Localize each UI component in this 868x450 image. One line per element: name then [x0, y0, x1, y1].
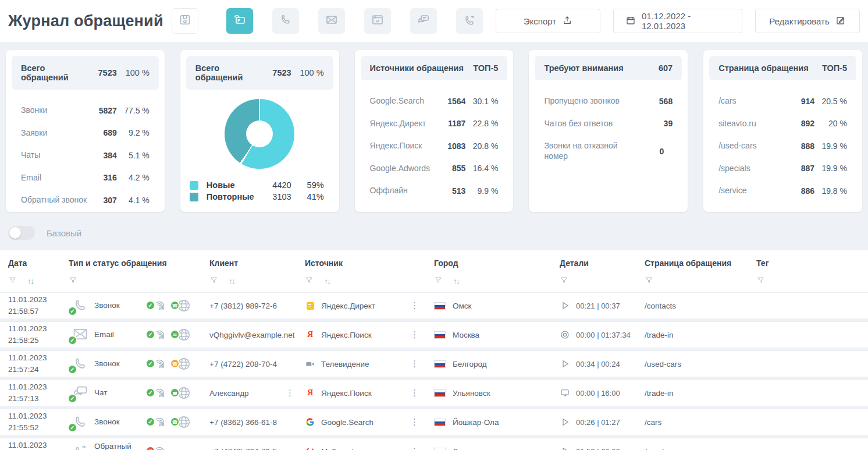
eye-icon[interactable] — [560, 329, 570, 340]
filter-chats-button[interactable] — [410, 8, 437, 34]
play-icon[interactable] — [560, 359, 570, 369]
source-menu-button[interactable]: ⋮ — [410, 329, 419, 340]
col-client: Клиент ↑↓ — [209, 258, 305, 286]
source-menu-button[interactable]: ⋮ — [410, 417, 419, 427]
phone-icon — [279, 13, 293, 29]
topbar: Журнал обращений — [0, 0, 868, 42]
list-item: Email3164.2 % — [21, 173, 150, 183]
table-row[interactable]: 11.01.202321:57:24 ✓ Звонок ✓ ☎ +7 (4722… — [0, 350, 868, 377]
sort-icon[interactable]: ↑↓ — [27, 277, 33, 286]
filter-funnel-icon[interactable] — [305, 276, 314, 287]
table-row[interactable]: 11.01.202321:58:57 ✓ Звонок ✓ ☎ +7 (3812… — [0, 292, 868, 318]
list-item: Оффлайн5139.9 % — [370, 186, 499, 196]
page-cell: /used-cars — [645, 360, 756, 368]
table-row[interactable]: 11.01.202321:55:52 ✓ Звонок ✓ ☎ +7 (8362… — [0, 409, 868, 435]
sort-icon[interactable]: ↑↓ — [324, 277, 330, 286]
date-range-button[interactable]: 01.12.2022 - 12.01.2023 — [613, 9, 742, 33]
edit-pencil-icon — [835, 15, 846, 27]
callback-phone-icon: × — [69, 442, 88, 450]
play-icon[interactable] — [560, 417, 570, 427]
chat-bubbles-icon — [417, 13, 431, 29]
filter-all-button[interactable] — [226, 8, 253, 34]
sort-icon[interactable]: ↑↓ — [229, 277, 234, 286]
donut-legend: Новые 4420 59% Повторные 3103 41% — [180, 169, 339, 201]
table-row[interactable]: 11.01.202321:58:25 ✓ Email ✓ ✉ vQhggivlv… — [0, 321, 868, 348]
table-row[interactable]: 11.01.202321:57:13 ✓ Чат ✓ Александр — [0, 380, 868, 406]
journal-page: Журнал обращений — [0, 0, 868, 450]
filter-callback-button[interactable] — [456, 8, 483, 34]
edit-button[interactable]: Редактировать — [755, 9, 860, 33]
details-cell: 00:00 | 01:37:34 — [560, 329, 645, 340]
col-tag: Тег — [756, 258, 868, 286]
fingerprint-icon: ✓ — [148, 325, 168, 344]
source-menu-button[interactable]: ⋮ — [410, 388, 419, 398]
source-menu-button[interactable]: ⋮ — [410, 300, 419, 311]
russia-flag-icon — [434, 302, 446, 310]
phone-icon: ✓ — [69, 355, 88, 373]
source-menu-button[interactable]: ⋮ — [410, 446, 419, 450]
col-page: Страница обращения — [645, 258, 756, 286]
yandex-direct-icon — [305, 300, 315, 311]
top5-badge: ТОП-5 — [814, 63, 847, 73]
play-icon[interactable] — [560, 446, 570, 450]
list-item: siteavto.ru89220 % — [718, 119, 847, 129]
list-item: /specials88719.9 % — [718, 164, 847, 174]
filter-calls-button[interactable] — [272, 8, 299, 34]
globe-icon — [172, 384, 192, 402]
success-check-badge: ✓ — [67, 423, 77, 433]
card-totals: Всего обращений 7523 100 % Звонки582777.… — [6, 50, 165, 212]
list-item: Чаты3845.1 % — [21, 150, 150, 161]
page-cell: /used-cars — [645, 447, 756, 450]
fingerprint-icon: × — [148, 442, 168, 450]
google-icon — [305, 417, 315, 427]
client-menu-button[interactable]: ⋮ — [286, 388, 294, 398]
fingerprint-icon: ✓ — [148, 355, 168, 373]
list-item: Обратный звонок3074.1 % — [21, 195, 150, 205]
basic-mode-toggle[interactable] — [8, 226, 35, 240]
success-check-badge: ✓ — [145, 388, 155, 398]
list-item: Яндекс.Директ118722.8 % — [370, 119, 499, 129]
list-item: Яндекс.Поиск108320.8 % — [370, 141, 499, 151]
filter-funnel-icon[interactable] — [8, 276, 17, 287]
table-row[interactable]: 11.01.202321:54:25 × Обратный звонок × +… — [0, 438, 868, 450]
card-percent: 100 % — [291, 68, 324, 77]
type-status-cell: ✓ Звонок ✓ ☎ — [69, 355, 209, 373]
fingerprint-icon: ✓ — [148, 384, 168, 402]
card-value: 7523 — [90, 68, 117, 77]
chat-screen-icon[interactable] — [560, 388, 570, 398]
details-cell: 00:34 | 00:24 — [560, 359, 645, 369]
success-check-badge: ✓ — [67, 394, 77, 403]
col-type-status: Тип и статус обращения — [69, 258, 209, 286]
list-item: /cars91420.5 % — [718, 96, 847, 107]
list-item: Google.Adwords85516.4 % — [370, 164, 499, 174]
play-icon[interactable] — [560, 300, 570, 311]
col-source: Источник ↑↓ — [305, 258, 434, 286]
filter-funnel-icon[interactable] — [756, 276, 765, 287]
view-mode-row: Базовый — [8, 226, 868, 240]
mail-badge: ✉ — [170, 329, 180, 339]
export-button[interactable]: Экспорт — [496, 9, 600, 33]
details-cell: 00:26 | 01:27 — [560, 417, 645, 427]
filter-funnel-icon[interactable] — [209, 276, 218, 287]
list-item: Google.Search156430.1 % — [370, 96, 499, 107]
card-title: Всего обращений — [195, 63, 265, 82]
envelope-icon: ✓ — [69, 325, 88, 344]
save-report-button[interactable] — [172, 8, 198, 34]
fingerprint-icon: ✓ — [148, 296, 168, 315]
source-menu-button[interactable]: ⋮ — [410, 359, 419, 369]
header-actions: Экспорт 01.12.2022 - 12.01.2023 Редактир… — [496, 9, 860, 33]
filter-funnel-icon[interactable] — [645, 276, 653, 287]
filter-funnel-icon[interactable] — [434, 276, 443, 287]
sort-icon[interactable]: ↑↓ — [453, 277, 459, 286]
filter-forms-button[interactable] — [364, 8, 391, 34]
card-sources: Источники обращения ТОП-5 Google.Search1… — [355, 50, 514, 212]
globe-icon: ☎ — [172, 296, 192, 315]
client-cell: +7 (3812) 989-72-6 — [209, 302, 305, 310]
city-cell: Йошкар-Ола — [434, 418, 560, 427]
details-cell: 00:00 | 16:00 — [560, 388, 645, 398]
list-item: Пропущено звонков568 — [544, 96, 673, 107]
filter-funnel-icon[interactable] — [560, 276, 568, 287]
date-cell: 11.01.202321:54:25 — [8, 440, 69, 450]
filter-funnel-icon[interactable] — [69, 276, 77, 287]
filter-email-button[interactable] — [318, 8, 345, 34]
